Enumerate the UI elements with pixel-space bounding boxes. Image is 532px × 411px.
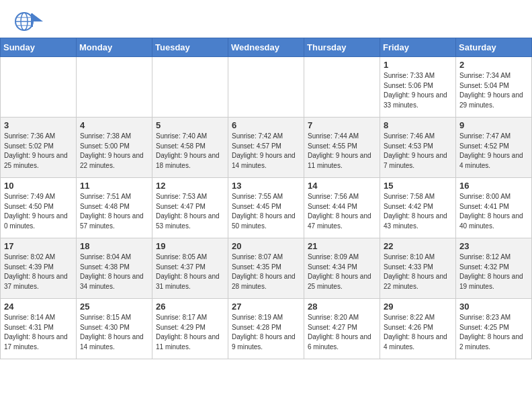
day-number: 2 <box>459 60 528 70</box>
day-number: 15 <box>384 181 452 191</box>
day-number: 23 <box>459 241 528 251</box>
day-number: 4 <box>80 120 148 130</box>
calendar-cell: 20Sunrise: 8:07 AM Sunset: 4:35 PM Dayli… <box>228 238 304 299</box>
calendar-cell: 5Sunrise: 7:40 AM Sunset: 4:58 PM Daylig… <box>152 118 228 178</box>
calendar-cell <box>1 57 77 118</box>
logo-icon <box>13 11 43 32</box>
weekday-header-row: SundayMondayTuesdayWednesdayThursdayFrid… <box>1 38 532 57</box>
day-number: 14 <box>308 181 376 191</box>
weekday-header-tuesday: Tuesday <box>152 38 228 57</box>
day-info: Sunrise: 8:17 AM Sunset: 4:29 PM Dayligh… <box>156 313 224 352</box>
weekday-header-thursday: Thursday <box>304 38 380 57</box>
day-info: Sunrise: 8:23 AM Sunset: 4:25 PM Dayligh… <box>459 313 528 352</box>
day-info: Sunrise: 7:51 AM Sunset: 4:48 PM Dayligh… <box>80 192 148 231</box>
day-info: Sunrise: 7:38 AM Sunset: 5:00 PM Dayligh… <box>80 132 148 171</box>
day-number: 27 <box>232 302 300 312</box>
day-info: Sunrise: 8:20 AM Sunset: 4:27 PM Dayligh… <box>308 313 376 352</box>
day-info: Sunrise: 7:47 AM Sunset: 4:52 PM Dayligh… <box>459 132 528 171</box>
calendar-cell: 8Sunrise: 7:46 AM Sunset: 4:53 PM Daylig… <box>380 118 456 178</box>
calendar-cell: 22Sunrise: 8:10 AM Sunset: 4:33 PM Dayli… <box>380 238 456 299</box>
day-info: Sunrise: 8:10 AM Sunset: 4:33 PM Dayligh… <box>384 253 452 291</box>
calendar-cell: 21Sunrise: 8:09 AM Sunset: 4:34 PM Dayli… <box>304 238 380 299</box>
day-info: Sunrise: 7:56 AM Sunset: 4:44 PM Dayligh… <box>308 192 376 231</box>
calendar-week-3: 10Sunrise: 7:49 AM Sunset: 4:50 PM Dayli… <box>1 178 532 238</box>
day-number: 19 <box>156 241 224 251</box>
calendar-cell: 11Sunrise: 7:51 AM Sunset: 4:48 PM Dayli… <box>77 178 152 238</box>
day-number: 21 <box>308 241 376 251</box>
day-number: 3 <box>4 120 73 130</box>
day-info: Sunrise: 7:42 AM Sunset: 4:57 PM Dayligh… <box>232 132 300 171</box>
day-info: Sunrise: 8:00 AM Sunset: 4:41 PM Dayligh… <box>459 192 528 231</box>
day-info: Sunrise: 7:36 AM Sunset: 5:02 PM Dayligh… <box>4 132 73 171</box>
calendar-cell: 30Sunrise: 8:23 AM Sunset: 4:25 PM Dayli… <box>456 299 532 359</box>
day-number: 5 <box>156 120 224 130</box>
calendar-cell <box>304 57 380 118</box>
calendar-cell: 4Sunrise: 7:38 AM Sunset: 5:00 PM Daylig… <box>77 118 152 178</box>
calendar-cell: 12Sunrise: 7:53 AM Sunset: 4:47 PM Dayli… <box>152 178 228 238</box>
calendar-cell <box>228 57 304 118</box>
day-number: 28 <box>308 302 376 312</box>
calendar-week-5: 24Sunrise: 8:14 AM Sunset: 4:31 PM Dayli… <box>1 299 532 359</box>
weekday-header-wednesday: Wednesday <box>228 38 304 57</box>
calendar-cell: 3Sunrise: 7:36 AM Sunset: 5:02 PM Daylig… <box>1 118 77 178</box>
calendar-cell: 18Sunrise: 8:04 AM Sunset: 4:38 PM Dayli… <box>77 238 152 299</box>
day-number: 12 <box>156 181 224 191</box>
day-info: Sunrise: 7:40 AM Sunset: 4:58 PM Dayligh… <box>156 132 224 171</box>
day-info: Sunrise: 7:49 AM Sunset: 4:50 PM Dayligh… <box>4 192 73 231</box>
day-info: Sunrise: 7:33 AM Sunset: 5:06 PM Dayligh… <box>384 71 452 110</box>
svg-rect-6 <box>31 13 33 27</box>
day-info: Sunrise: 8:05 AM Sunset: 4:37 PM Dayligh… <box>156 253 224 291</box>
logo <box>13 11 46 32</box>
day-number: 20 <box>232 241 300 251</box>
weekday-header-friday: Friday <box>380 38 456 57</box>
calendar-cell: 26Sunrise: 8:17 AM Sunset: 4:29 PM Dayli… <box>152 299 228 359</box>
day-number: 26 <box>156 302 224 312</box>
calendar-week-1: 1Sunrise: 7:33 AM Sunset: 5:06 PM Daylig… <box>1 57 532 118</box>
calendar-cell: 7Sunrise: 7:44 AM Sunset: 4:55 PM Daylig… <box>304 118 380 178</box>
calendar-cell: 23Sunrise: 8:12 AM Sunset: 4:32 PM Dayli… <box>456 238 532 299</box>
day-info: Sunrise: 7:46 AM Sunset: 4:53 PM Dayligh… <box>384 132 452 171</box>
day-info: Sunrise: 7:34 AM Sunset: 5:04 PM Dayligh… <box>459 71 528 110</box>
day-number: 25 <box>80 302 148 312</box>
day-number: 8 <box>384 120 452 130</box>
calendar-cell: 1Sunrise: 7:33 AM Sunset: 5:06 PM Daylig… <box>380 57 456 118</box>
calendar-cell: 2Sunrise: 7:34 AM Sunset: 5:04 PM Daylig… <box>456 57 532 118</box>
day-info: Sunrise: 8:04 AM Sunset: 4:38 PM Dayligh… <box>80 253 148 291</box>
calendar-table: SundayMondayTuesdayWednesdayThursdayFrid… <box>0 38 532 359</box>
day-number: 13 <box>232 181 300 191</box>
day-number: 24 <box>4 302 73 312</box>
day-number: 16 <box>459 181 528 191</box>
day-info: Sunrise: 8:22 AM Sunset: 4:26 PM Dayligh… <box>384 313 452 352</box>
day-number: 22 <box>384 241 452 251</box>
day-info: Sunrise: 8:07 AM Sunset: 4:35 PM Dayligh… <box>232 253 300 291</box>
day-info: Sunrise: 8:15 AM Sunset: 4:30 PM Dayligh… <box>80 313 148 352</box>
day-number: 6 <box>232 120 300 130</box>
calendar-week-2: 3Sunrise: 7:36 AM Sunset: 5:02 PM Daylig… <box>1 118 532 178</box>
day-info: Sunrise: 8:02 AM Sunset: 4:39 PM Dayligh… <box>4 253 73 291</box>
day-info: Sunrise: 7:55 AM Sunset: 4:45 PM Dayligh… <box>232 192 300 231</box>
day-info: Sunrise: 8:12 AM Sunset: 4:32 PM Dayligh… <box>459 253 528 291</box>
calendar-cell: 27Sunrise: 8:19 AM Sunset: 4:28 PM Dayli… <box>228 299 304 359</box>
day-number: 1 <box>384 60 452 70</box>
page-header <box>0 0 532 38</box>
calendar-cell: 9Sunrise: 7:47 AM Sunset: 4:52 PM Daylig… <box>456 118 532 178</box>
day-number: 10 <box>4 181 73 191</box>
calendar-cell: 14Sunrise: 7:56 AM Sunset: 4:44 PM Dayli… <box>304 178 380 238</box>
weekday-header-sunday: Sunday <box>1 38 77 57</box>
calendar-cell: 17Sunrise: 8:02 AM Sunset: 4:39 PM Dayli… <box>1 238 77 299</box>
day-number: 7 <box>308 120 376 130</box>
weekday-header-saturday: Saturday <box>456 38 532 57</box>
day-info: Sunrise: 8:19 AM Sunset: 4:28 PM Dayligh… <box>232 313 300 352</box>
calendar-cell: 24Sunrise: 8:14 AM Sunset: 4:31 PM Dayli… <box>1 299 77 359</box>
calendar-cell: 16Sunrise: 8:00 AM Sunset: 4:41 PM Dayli… <box>456 178 532 238</box>
calendar-cell: 29Sunrise: 8:22 AM Sunset: 4:26 PM Dayli… <box>380 299 456 359</box>
calendar-cell: 15Sunrise: 7:58 AM Sunset: 4:42 PM Dayli… <box>380 178 456 238</box>
day-info: Sunrise: 7:53 AM Sunset: 4:47 PM Dayligh… <box>156 192 224 231</box>
day-info: Sunrise: 8:09 AM Sunset: 4:34 PM Dayligh… <box>308 253 376 291</box>
svg-marker-5 <box>32 13 43 21</box>
calendar-week-4: 17Sunrise: 8:02 AM Sunset: 4:39 PM Dayli… <box>1 238 532 299</box>
day-number: 30 <box>459 302 528 312</box>
day-number: 9 <box>459 120 528 130</box>
calendar-cell: 6Sunrise: 7:42 AM Sunset: 4:57 PM Daylig… <box>228 118 304 178</box>
calendar-cell: 10Sunrise: 7:49 AM Sunset: 4:50 PM Dayli… <box>1 178 77 238</box>
